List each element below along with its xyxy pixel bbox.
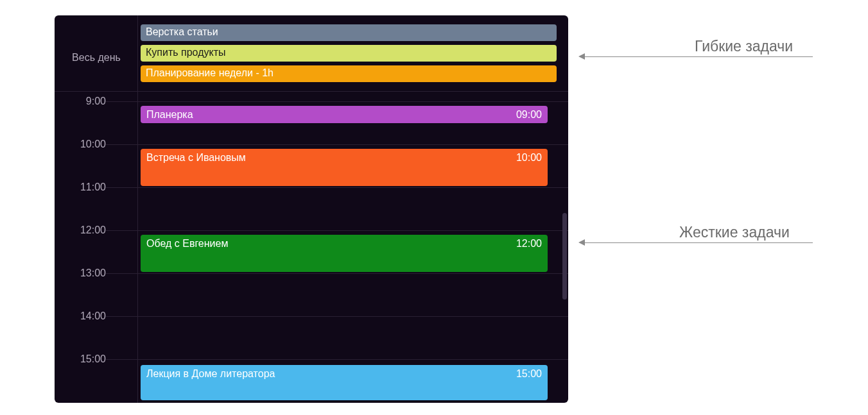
hour-line [106, 273, 568, 274]
event-title: Встреча с Ивановым [146, 152, 246, 164]
hour-line [106, 359, 568, 360]
hour-line [106, 187, 568, 188]
timed-event[interactable]: Встреча с Ивановым 10:00 [141, 149, 548, 186]
arrow-left-icon [578, 239, 585, 246]
allday-event[interactable]: Верстка статьи [141, 24, 557, 41]
time-label: 15:00 [55, 353, 106, 365]
event-title: Купить продукты [146, 47, 225, 58]
time-label: 9:00 [55, 96, 106, 107]
event-time: 15:00 [516, 368, 542, 380]
hour-line [106, 144, 568, 145]
event-title: Планерка [146, 109, 193, 121]
timed-event[interactable]: Планерка 09:00 [141, 106, 548, 123]
event-time: 10:00 [516, 152, 542, 164]
annotation-fixed-tasks: Жесткие задачи [679, 224, 790, 241]
time-label: 12:00 [55, 224, 106, 236]
timed-event[interactable]: Лекция в Доме литератора 15:00 [141, 365, 548, 400]
annotation-arrow [584, 242, 813, 243]
event-time: 09:00 [516, 109, 542, 121]
time-label: 11:00 [55, 182, 106, 193]
time-label: 13:00 [55, 267, 106, 279]
hour-line [106, 101, 568, 102]
section-divider [55, 91, 568, 92]
event-title: Лекция в Доме литератора [146, 368, 275, 380]
time-label: 14:00 [55, 310, 106, 322]
allday-event[interactable]: Купить продукты [141, 45, 557, 62]
timed-event[interactable]: Обед с Евгением 12:00 [141, 235, 548, 272]
event-title: Обед с Евгением [146, 238, 228, 250]
calendar-day-view: Весь день Верстка статьи Купить продукты… [55, 15, 568, 403]
annotation-arrow [584, 56, 813, 57]
arrow-left-icon [578, 53, 585, 60]
event-time: 12:00 [516, 238, 542, 250]
event-title: Планирование недели - 1h [146, 67, 273, 78]
hour-line [106, 230, 568, 231]
hour-line [106, 316, 568, 317]
allday-section-label: Весь день [55, 52, 138, 64]
column-divider [137, 15, 138, 403]
event-title: Верстка статьи [146, 26, 218, 37]
annotation-flexible-tasks: Гибкие задачи [695, 38, 793, 55]
scrollbar-thumb[interactable] [562, 213, 567, 300]
time-label: 10:00 [55, 139, 106, 150]
allday-event[interactable]: Планирование недели - 1h [141, 65, 557, 82]
